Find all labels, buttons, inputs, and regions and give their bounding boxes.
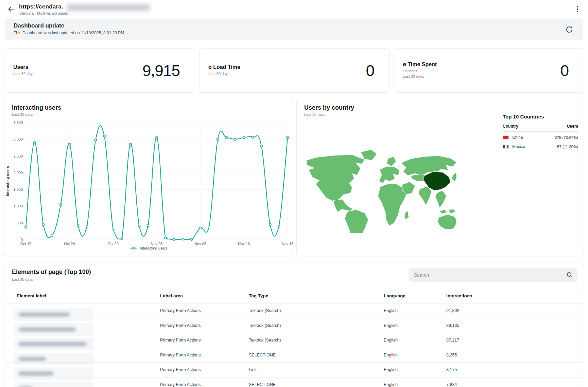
table-period: Last 30 days <box>12 277 33 281</box>
cell-interactions: 89,135 <box>446 323 459 328</box>
col-interactions: Interactions <box>446 293 472 298</box>
elements-of-page-card: Elements of page (Top 100) Last 30 days … <box>4 262 584 387</box>
cell-language: English <box>384 353 398 357</box>
banner-title: Dashboard update <box>14 22 64 29</box>
cell-tag-type: Link <box>249 367 257 372</box>
world-choropleth-map[interactable] <box>300 142 456 233</box>
cell-label-area: Primary Form Actions <box>160 323 201 328</box>
search-input[interactable] <box>414 268 560 282</box>
users-by-country-card: Users by country Last 30 days <box>296 98 584 256</box>
cell-interactions: 91,392 <box>446 308 459 313</box>
top-countries-title: Top 10 Countries <box>503 114 544 119</box>
cell-label-area: Primary Form Actions <box>160 367 201 372</box>
table-row: Primary Form Actions Textbox (Search) En… <box>4 333 584 348</box>
cell-tag-type: Textbox (Search) <box>249 323 281 328</box>
cell-language: English <box>384 308 398 313</box>
cell-interactions: 8,175 <box>446 367 457 372</box>
kpi-card-users: Users Last 30 days 9,915 <box>4 48 195 93</box>
back-arrow-icon <box>7 5 15 13</box>
col-tag-type: Tag Type <box>249 293 268 298</box>
table-row: Primary Form Actions SELECT-ONE English … <box>4 377 584 387</box>
svg-text:Nov 08: Nov 08 <box>194 242 206 246</box>
kpi-title: Users <box>13 64 34 70</box>
interacting-users-card: Interacting users Last 30 days 05001,000… <box>4 98 293 256</box>
china-flag-icon <box>503 135 509 140</box>
chart-period: Last 30 days <box>12 112 33 116</box>
svg-text:Nov 18: Nov 18 <box>282 242 293 246</box>
legend-line-marker-icon <box>129 246 138 250</box>
table-row: Primary Form Actions Link English 8,175 <box>4 362 584 377</box>
cell-interactions: 8,255 <box>446 353 457 357</box>
kpi-card-load-time: ø Load Time Last 30 days 0 <box>199 48 390 93</box>
country-users: 57 (11.20%) <box>557 145 578 149</box>
search-box <box>409 268 577 282</box>
svg-text:1,500: 1,500 <box>13 187 23 191</box>
cell-label-area: Primary Form Actions <box>160 353 201 357</box>
kpi-period: Last 30 days <box>13 71 34 77</box>
kpi-title: ø Load Time <box>208 64 240 70</box>
cell-tag-type: Textbox (Search) <box>249 308 281 313</box>
kpi-period: Last 30 days <box>208 71 240 77</box>
svg-text:3,500: 3,500 <box>13 121 23 125</box>
kpi-unit: Seconds <box>403 69 437 74</box>
kpi-card-time-spent: ø Time Spent Seconds Last 30 days 0 <box>394 48 584 93</box>
col-language: Language <box>384 293 405 298</box>
svg-text:500: 500 <box>17 221 23 225</box>
banner-subtitle: This Dashboard was last updated on 11/18… <box>14 31 124 35</box>
cell-language: English <box>384 367 398 372</box>
table-row: Primary Form Actions Textbox (Search) En… <box>4 318 584 333</box>
cell-language: English <box>384 338 398 343</box>
cell-tag-type: Textbox (Search) <box>249 338 281 343</box>
col-label-area: Label area <box>160 293 183 298</box>
col-users: Users <box>567 124 578 129</box>
table-row: Primary Form Actions Textbox (Search) En… <box>4 303 584 318</box>
table-title: Elements of page (Top 100) <box>12 269 91 276</box>
svg-text:2,500: 2,500 <box>13 154 23 158</box>
map-title: Users by country <box>304 104 354 111</box>
top-countries-header: Country Users <box>503 124 578 132</box>
kpi-title: ø Time Spent <box>403 61 437 68</box>
country-row-mexico: Mexico 57 (11.20%) <box>503 142 578 151</box>
country-users: 375 (73.67%) <box>555 135 578 140</box>
cell-interactions: 7,884 <box>446 382 457 387</box>
kpi-period: Last 30 days <box>403 74 437 79</box>
svg-text:Nov 03: Nov 03 <box>151 242 163 246</box>
svg-text:Interacting users: Interacting users <box>5 166 10 196</box>
interacting-users-line-chart[interactable]: 05001,0001,5002,0002,5003,0003,500Oct 19… <box>4 118 293 251</box>
kpi-value: 9,915 <box>142 61 180 80</box>
back-button[interactable] <box>7 5 16 14</box>
svg-text:1,000: 1,000 <box>13 204 23 208</box>
country-row-china: China 375 (73.67%) <box>503 133 578 142</box>
cell-tag-type: SELECT-ONE <box>249 353 276 357</box>
country-name: China <box>512 135 523 140</box>
kpi-value: 0 <box>560 61 569 80</box>
cell-language: English <box>384 323 398 328</box>
refresh-icon <box>565 25 573 34</box>
redacted-url-segment <box>67 5 150 10</box>
svg-text:Nov 13: Nov 13 <box>238 242 250 246</box>
chart-legend: Interacting users <box>4 246 293 250</box>
cell-interactions: 87,217 <box>446 338 459 343</box>
chart-title: Interacting users <box>12 104 61 111</box>
svg-text:0: 0 <box>21 238 23 242</box>
redacted-element-label <box>14 382 94 387</box>
svg-text:Oct 24: Oct 24 <box>64 242 75 246</box>
cell-tag-type: SELECT-ONE <box>249 382 276 387</box>
table-header-row: Element label Label area Tag Type Langua… <box>4 289 584 303</box>
mexico-flag-icon <box>503 145 509 149</box>
cell-label-area: Primary Form Actions <box>160 382 201 387</box>
svg-text:3,000: 3,000 <box>13 137 23 141</box>
page-url: https://cendara. <box>19 3 63 10</box>
col-country: Country <box>503 124 518 129</box>
svg-text:Oct 19: Oct 19 <box>20 242 31 246</box>
cell-language: English <box>384 382 398 387</box>
kebab-menu-button[interactable] <box>574 5 581 13</box>
svg-text:2,000: 2,000 <box>13 171 23 175</box>
search-icon[interactable] <box>566 272 573 280</box>
refresh-button[interactable] <box>565 25 574 34</box>
cell-label-area: Primary Form Actions <box>160 308 201 313</box>
kpi-value: 0 <box>366 61 374 80</box>
col-element-label: Element label <box>17 293 46 298</box>
map-period: Last 30 days <box>304 112 325 116</box>
country-name: Mexico <box>512 144 525 149</box>
